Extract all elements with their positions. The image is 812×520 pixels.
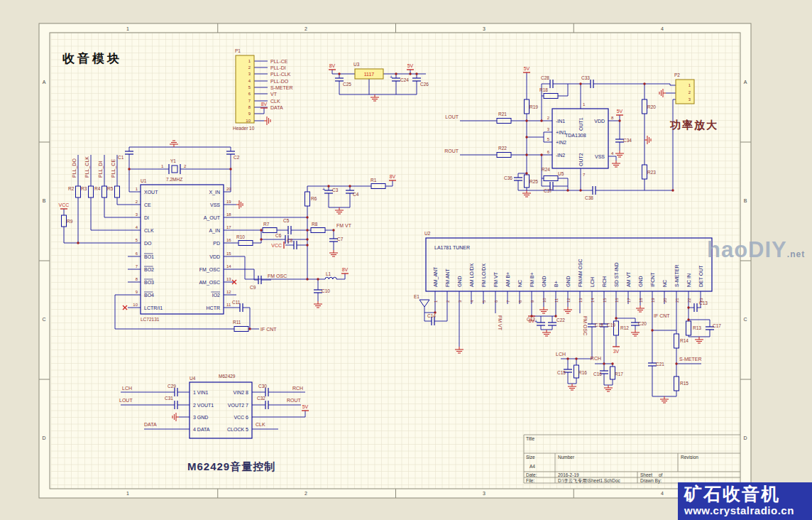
ref-designator[interactable]: C32	[257, 396, 265, 401]
ref-designator[interactable]: R17	[615, 372, 623, 377]
pin-name[interactable]: 1 VIN1	[193, 390, 209, 395]
pin-name[interactable]: CLK	[144, 228, 154, 233]
ref-designator[interactable]: C13	[699, 300, 708, 305]
net-label[interactable]: PLL-CE	[270, 59, 288, 64]
ref-designator[interactable]: C34	[623, 138, 632, 143]
ref-designator[interactable]: C18	[595, 323, 603, 327]
pin-name[interactable]: 3 GND	[193, 415, 208, 420]
power-label[interactable]: 3V	[613, 349, 620, 354]
ref-designator[interactable]: C33	[581, 75, 590, 80]
ref-designator[interactable]: U5	[558, 171, 564, 176]
net-label[interactable]: ROUT	[287, 398, 302, 403]
ref-designator[interactable]: C7	[337, 237, 344, 242]
net-label[interactable]: DATA	[144, 422, 157, 427]
pin-number[interactable]: 16	[226, 238, 231, 242]
ref-designator[interactable]: C10	[322, 288, 330, 293]
ref-designator[interactable]: P1	[235, 48, 241, 53]
net-label[interactable]: FM VT	[336, 223, 352, 228]
ref-designator[interactable]: R7	[263, 222, 270, 227]
pin-name[interactable]: BO1	[144, 254, 154, 259]
ref-designator[interactable]: C4	[353, 192, 359, 197]
ref-designator[interactable]: R22	[498, 146, 507, 151]
pin-number[interactable]: 11	[554, 298, 559, 303]
pin-name[interactable]: CLOCK 5	[227, 427, 248, 432]
ref-designator[interactable]: C26	[420, 82, 429, 87]
pin-name[interactable]: AM VT	[626, 271, 631, 287]
ref-designator[interactable]: C37	[544, 188, 552, 193]
pin-name[interactable]: A_OUT	[204, 215, 221, 221]
pin-name[interactable]: SD ST-IND	[614, 262, 619, 287]
net-label[interactable]: PLL-DO	[270, 79, 289, 84]
ref-designator[interactable]: C28	[541, 75, 549, 80]
pin-name[interactable]: LCTR/I1	[144, 305, 163, 310]
net-label[interactable]: LOUT	[445, 114, 459, 119]
ref-designator[interactable]: C16	[593, 372, 602, 377]
pin-name[interactable]: GND	[542, 276, 547, 287]
pin-name[interactable]: NC	[662, 280, 667, 287]
ref-designator[interactable]: C30	[258, 384, 267, 389]
net-label[interactable]: LCH	[122, 386, 132, 391]
ref-designator[interactable]: C25	[343, 82, 351, 87]
net-label[interactable]: IF CNT	[654, 313, 670, 318]
pin-name[interactable]: BO3	[144, 280, 154, 285]
ref-designator[interactable]: C21	[656, 362, 664, 367]
net-label[interactable]: LOUT	[119, 398, 133, 403]
ref-designator[interactable]: R3	[81, 186, 87, 191]
ref-designator[interactable]: R12	[620, 325, 629, 330]
ref-designator[interactable]: R10	[236, 234, 245, 239]
net-label[interactable]: ROUT	[444, 148, 459, 153]
power-label[interactable]: 5V	[302, 404, 309, 409]
pin-name[interactable]: VIN2 8	[234, 390, 249, 395]
ref-designator[interactable]: LC72131	[141, 317, 160, 322]
ref-designator[interactable]: R16	[578, 370, 587, 375]
pin-number[interactable]: 12	[226, 290, 231, 294]
net-label[interactable]: PLL_DI	[98, 161, 104, 178]
ref-designator[interactable]: C22	[556, 318, 565, 323]
pin-number[interactable]: 13	[226, 277, 231, 281]
pin-name[interactable]: FM_OSC	[199, 267, 220, 273]
connector-P1[interactable]	[236, 55, 254, 123]
ref-designator[interactable]: U2	[424, 231, 431, 236]
ref-designator[interactable]: R20	[647, 104, 656, 109]
ref-designator[interactable]: R1	[371, 178, 377, 183]
net-label[interactable]: S-METER	[270, 85, 293, 90]
pin-name[interactable]: VSS	[595, 154, 605, 159]
net-label[interactable]: VT	[270, 92, 278, 97]
ref-designator[interactable]: R25	[530, 179, 538, 184]
pin-name[interactable]: -IN2	[556, 153, 565, 158]
pin-number[interactable]: 17	[226, 225, 231, 229]
net-label[interactable]: PLL-CLK	[270, 72, 291, 77]
pin-name[interactable]: AM_ANT	[433, 266, 439, 287]
power-label[interactable]: 8V	[329, 63, 336, 68]
pin-name[interactable]: NC	[517, 280, 522, 287]
pin-number[interactable]: 11	[226, 303, 231, 307]
ref-designator[interactable]: U3	[353, 62, 360, 67]
ref-designator[interactable]: C1	[118, 155, 124, 160]
ref-designator[interactable]: R9	[67, 219, 73, 224]
pin-name[interactable]: X_IN	[209, 190, 220, 195]
pin-name[interactable]: CE	[144, 202, 151, 207]
pin-number[interactable]: 16	[615, 298, 619, 303]
pin-name[interactable]: BO2	[144, 267, 154, 272]
net-label[interactable]: PLL-DI	[270, 65, 286, 70]
ref-designator[interactable]: R4	[94, 186, 101, 191]
ref-designator[interactable]: C14	[427, 313, 436, 318]
pin-name[interactable]: VDD	[209, 254, 220, 259]
pin-name[interactable]: FM B+	[530, 272, 534, 287]
ref-designator[interactable]: C20	[638, 321, 647, 326]
pin-name[interactable]: +IN2	[556, 140, 566, 145]
net-label[interactable]: FM VT	[498, 315, 503, 331]
power-label[interactable]: 8V	[342, 267, 349, 272]
ref-designator[interactable]: R24	[542, 167, 550, 172]
ref-designator[interactable]: M62429	[219, 374, 236, 379]
pin-name[interactable]: FM ANT	[445, 269, 450, 287]
annotation-text[interactable]: 功率放大	[669, 119, 718, 131]
power-label[interactable]: 8V	[261, 102, 268, 107]
net-label[interactable]: PLL_CLK	[84, 156, 90, 178]
pin-name[interactable]: IO2	[212, 293, 220, 298]
pin-name[interactable]: BO4	[144, 293, 154, 298]
pin-number[interactable]: 20	[663, 298, 667, 303]
annotation-text[interactable]: M62429音量控制	[187, 460, 275, 472]
ref-designator[interactable]: U4	[190, 376, 196, 381]
ref-designator[interactable]: R6	[311, 196, 317, 201]
